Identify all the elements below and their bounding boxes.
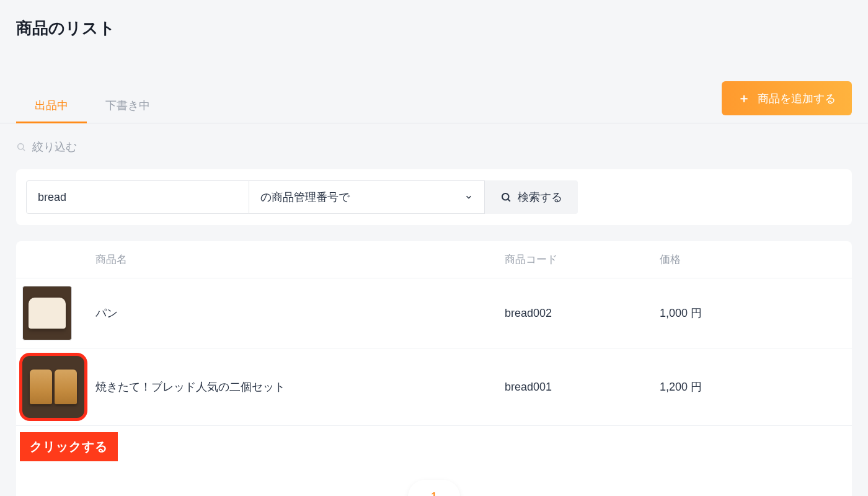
search-select-label: の商品管理番号で <box>260 190 350 205</box>
chevron-down-icon <box>464 193 473 202</box>
products-table: 商品名 商品コード 価格 パン bread002 1,000 円 <box>16 241 852 496</box>
header-name: 商品名 <box>95 252 505 267</box>
add-product-button[interactable]: ＋ 商品を追加する <box>722 81 852 115</box>
svg-point-2 <box>502 193 509 200</box>
product-price: 1,000 円 <box>660 306 846 321</box>
table-row[interactable]: 焼きたて！ブレッド人気の二個セット bread001 1,200 円 <box>16 348 852 426</box>
product-thumbnail-highlighted[interactable] <box>22 356 84 418</box>
search-icon <box>500 192 512 203</box>
plus-icon: ＋ <box>738 90 750 107</box>
tabs: 出品中 下書き中 <box>16 89 169 123</box>
click-callout: クリックする <box>20 432 118 461</box>
search-icon <box>16 142 26 152</box>
page-title: 商品のリスト <box>0 0 868 50</box>
svg-line-3 <box>508 199 510 201</box>
tab-draft[interactable]: 下書き中 <box>87 89 169 123</box>
page-number[interactable]: 1 <box>408 480 461 496</box>
product-price: 1,200 円 <box>660 379 846 394</box>
filter-label: 絞り込む <box>32 140 77 154</box>
content-area: 絞り込む の商品管理番号で 検索する 商品名 商品コード 価格 <box>0 123 868 496</box>
table-row[interactable]: パン bread002 1,000 円 <box>16 278 852 348</box>
product-thumbnail[interactable] <box>22 286 72 340</box>
svg-point-0 <box>18 144 24 149</box>
table-header: 商品名 商品コード 価格 <box>16 241 852 278</box>
header-row: 出品中 下書き中 ＋ 商品を追加する <box>0 81 868 123</box>
search-input[interactable] <box>26 180 249 214</box>
search-button-label: 検索する <box>518 190 562 205</box>
callout-container: クリックする <box>16 426 852 461</box>
product-name: パン <box>95 306 505 321</box>
header-price: 価格 <box>660 252 846 267</box>
product-code: bread002 <box>505 307 660 320</box>
search-button[interactable]: 検索する <box>485 180 578 214</box>
pagination: 1 <box>16 461 852 496</box>
filter-row[interactable]: 絞り込む <box>16 140 852 154</box>
svg-line-1 <box>23 149 25 151</box>
search-panel: の商品管理番号で 検索する <box>16 169 852 225</box>
add-product-label: 商品を追加する <box>758 91 836 106</box>
product-code: bread001 <box>505 381 660 394</box>
header-code: 商品コード <box>505 252 660 267</box>
search-type-select[interactable]: の商品管理番号で <box>249 180 485 214</box>
product-name: 焼きたて！ブレッド人気の二個セット <box>95 379 505 394</box>
tab-active[interactable]: 出品中 <box>16 89 87 123</box>
